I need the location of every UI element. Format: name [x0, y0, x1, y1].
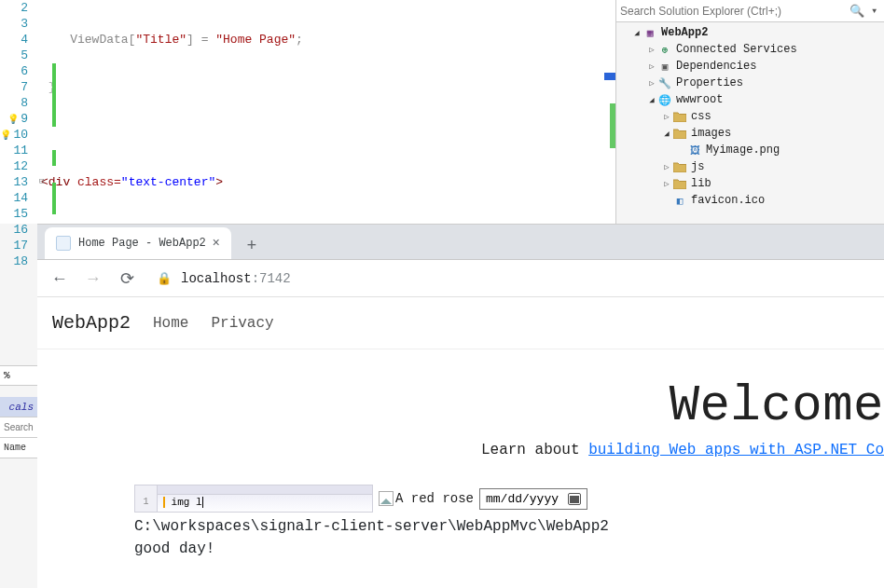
line-gutter: 2 3 4 5 6 7 8 💡9 💡10 11 12 13 14 15 16 1…	[0, 0, 35, 224]
site-brand[interactable]: WebApp2	[52, 312, 131, 334]
lightbulb-icon[interactable]: 💡	[7, 112, 19, 128]
tree-lib[interactable]: ▷ lib	[616, 175, 884, 192]
chevron-right-icon[interactable]: ▷	[646, 78, 657, 89]
solution-search-input[interactable]	[620, 5, 846, 18]
lock-icon[interactable]: 🔒	[157, 271, 172, 286]
back-button[interactable]: ←	[48, 269, 71, 288]
connected-icon: ⊕	[657, 42, 672, 57]
change-marker	[52, 150, 56, 166]
tree-images[interactable]: ◢ images	[616, 125, 884, 142]
dependencies-icon: ▣	[657, 59, 672, 74]
favicon-icon: ◧	[672, 193, 687, 208]
tree-myimage[interactable]: 🖼 Myimage.png	[616, 142, 884, 158]
tree-favicon[interactable]: ◧ favicon.ico	[616, 192, 884, 209]
project-icon: ▦	[642, 25, 657, 40]
chevron-right-icon[interactable]: ▷	[661, 179, 672, 189]
learn-link[interactable]: building Web apps with ASP.NET Co	[588, 442, 884, 458]
lightbulb-icon[interactable]: 💡	[0, 128, 11, 144]
collapse-icon[interactable]: ⊟	[39, 174, 44, 190]
forward-button: →	[82, 269, 104, 288]
chevron-right-icon[interactable]: ▷	[646, 62, 657, 72]
url-input[interactable]: 🔒 localhost:7142	[149, 271, 873, 286]
tree-wwwroot[interactable]: ◢ 🌐 wwwroot	[616, 91, 884, 108]
tree-dependencies[interactable]: ▷ ▣ Dependencies	[616, 58, 884, 75]
current-directory-text: C:\workspaces\signalr-client-server\WebA…	[134, 518, 884, 535]
tree-connected-services[interactable]: ▷ ⊕ Connected Services	[616, 41, 884, 58]
code-body[interactable]: ViewData["Title"] = "Home Page"; } ⊟<div…	[35, 0, 615, 224]
page-content: Welcome Learn about building Web apps wi…	[37, 349, 884, 557]
broken-image: A red rose	[379, 491, 474, 506]
tree-properties[interactable]: ▷ 🔧 Properties	[616, 75, 884, 91]
locals-header[interactable]: cals	[0, 397, 37, 417]
broken-image-icon	[379, 491, 394, 506]
wrench-icon: 🔧	[657, 75, 672, 90]
change-marker	[52, 183, 56, 214]
tree-js[interactable]: ▷ js	[616, 158, 884, 175]
folder-icon	[672, 109, 687, 124]
code-editor[interactable]: 2 3 4 5 6 7 8 💡9 💡10 11 12 13 14 15 16 1…	[0, 0, 615, 224]
chevron-down-icon[interactable]: ◢	[646, 95, 657, 105]
nav-privacy[interactable]: Privacy	[211, 315, 273, 332]
reload-button[interactable]: ⟳	[116, 268, 138, 289]
browser-tab[interactable]: Home Page - WebApp2 ×	[45, 227, 231, 259]
globe-icon: 🌐	[657, 92, 672, 107]
new-tab-button[interactable]: +	[239, 233, 265, 259]
tab-bar: Home Page - WebApp2 × +	[37, 225, 884, 260]
chevron-right-icon[interactable]: ▷	[646, 45, 657, 55]
learn-text: Learn about building Web apps with ASP.N…	[37, 442, 884, 458]
blue-edge-marker	[604, 73, 615, 80]
address-bar: ← → ⟳ 🔒 localhost:7142	[37, 260, 884, 297]
favicon-icon	[56, 236, 71, 251]
folder-icon	[672, 126, 687, 141]
chevron-right-icon[interactable]: ▷	[661, 112, 672, 122]
close-tab-icon[interactable]: ×	[213, 236, 220, 251]
chevron-down-icon[interactable]: ◢	[661, 129, 672, 139]
folder-icon	[672, 176, 687, 191]
locals-column-name[interactable]: Name	[0, 438, 37, 458]
site-nav: WebApp2 Home Privacy	[37, 297, 884, 349]
browser-window: Home Page - WebApp2 × + ← → ⟳ 🔒 localhos…	[37, 224, 884, 588]
folder-icon	[672, 159, 687, 174]
solution-search-box[interactable]: 🔍 ▼	[616, 0, 884, 22]
left-panel-fragment: % cals Name	[0, 365, 37, 458]
page-heading: Welcome	[37, 377, 884, 434]
file-content-text: good day!	[134, 540, 884, 557]
dropdown-icon[interactable]: ▼	[868, 7, 880, 15]
tree-project[interactable]: ◢ ▦ WebApp2	[616, 24, 884, 41]
locals-search-input[interactable]	[4, 422, 34, 432]
solution-tree[interactable]: ◢ ▦ WebApp2 ▷ ⊕ Connected Services ▷ ▣ D…	[616, 22, 884, 211]
tab-title: Home Page - WebApp2	[78, 237, 206, 250]
change-marker	[52, 63, 56, 127]
calendar-icon[interactable]	[568, 493, 581, 505]
locals-search[interactable]	[0, 417, 37, 438]
zoom-percent: %	[0, 365, 37, 386]
tree-css[interactable]: ▷ css	[616, 108, 884, 125]
embedded-mini-editor[interactable]: 1 img l	[134, 485, 373, 513]
chevron-down-icon[interactable]: ◢	[631, 28, 642, 38]
search-icon[interactable]: 🔍	[846, 4, 868, 19]
image-icon: 🖼	[687, 143, 702, 157]
date-input[interactable]: mm/dd/yyyy	[479, 488, 587, 510]
solution-explorer: 🔍 ▼ ◢ ▦ WebApp2 ▷ ⊕ Connected Services ▷…	[615, 0, 884, 224]
chevron-right-icon[interactable]: ▷	[661, 162, 672, 172]
nav-home[interactable]: Home	[153, 315, 188, 332]
